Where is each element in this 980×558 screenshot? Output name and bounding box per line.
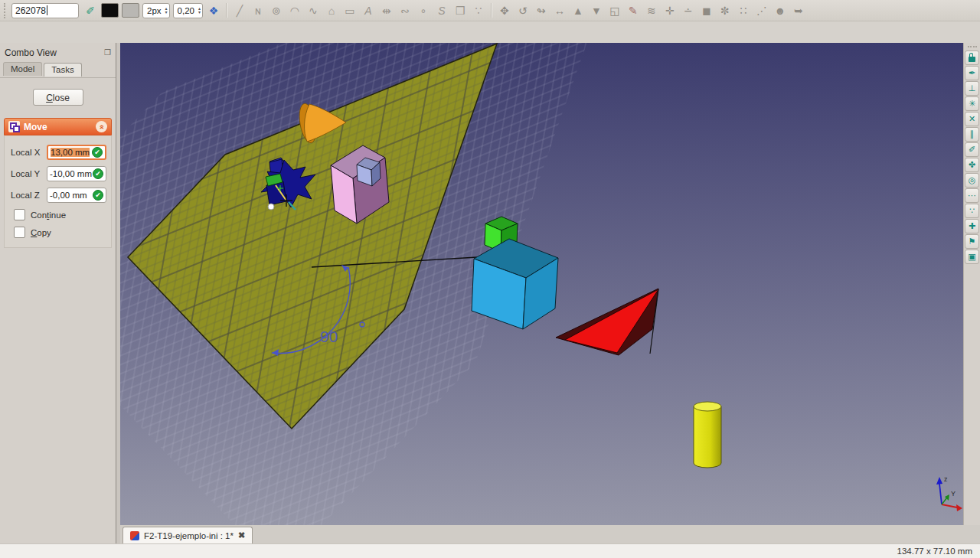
continue-checkbox[interactable]	[14, 209, 25, 220]
draft-bezier-button[interactable]: ∾	[396, 2, 414, 20]
axis-y-label: Y	[951, 490, 956, 498]
copy-label: Copy	[31, 228, 51, 237]
draft-move-button[interactable]: ✥	[495, 2, 514, 20]
snap-endpoint-button[interactable]: ✒	[965, 66, 979, 80]
snap-parallel-button[interactable]: ∥	[965, 127, 979, 142]
snap-perpendicular-button[interactable]: ⊥	[965, 81, 979, 96]
float-panel-icon[interactable]: ❐	[104, 48, 111, 57]
draft-dimension-button[interactable]: ⇹	[377, 2, 396, 20]
local-y-label: Local Y	[11, 169, 43, 178]
combo-view-panel: Combo View ❐ Model Tasks Close Move » Lo…	[0, 43, 116, 543]
line-width-spinbox[interactable]: 2px ▴▾	[142, 3, 170, 18]
toolbar-grip[interactable]	[968, 46, 977, 47]
snap-toolbar: ✒⊥✳✕∥✐✤◎⋯∵✚⚑▣	[963, 43, 980, 525]
draft-path-array-button[interactable]: ⋰	[753, 2, 771, 20]
snap-midpoint-button[interactable]: ✐	[965, 142, 979, 157]
draft-text-button[interactable]: A	[359, 2, 377, 20]
document-tab[interactable]: F2-T19-ejemplo-ini : 1* ✖	[122, 527, 253, 543]
snap-angle-button[interactable]: ⚑	[965, 234, 979, 249]
snap-special-button[interactable]: ⋯	[965, 188, 979, 203]
draft-polygon-button[interactable]: ⌂	[322, 2, 341, 20]
draft-facebinder-button[interactable]: ❒	[451, 2, 469, 20]
move-task-title: Move	[24, 122, 92, 132]
draft-point-button[interactable]: ∘	[414, 2, 433, 20]
construction-mode-toggle[interactable]: ✐	[81, 2, 100, 20]
line-color-swatch[interactable]	[101, 3, 119, 18]
local-z-field[interactable]: -0,00 mm ✔	[47, 188, 106, 203]
line-width-value: 2px	[147, 6, 162, 15]
draft-rotate-button[interactable]: ↺	[514, 2, 532, 20]
local-x-label: Local X	[11, 148, 43, 157]
snap-lock-button[interactable]	[965, 51, 979, 65]
draft-rectangle-button[interactable]: ▭	[341, 2, 359, 20]
spin-arrows-icon[interactable]: ▴▾	[165, 7, 168, 15]
close-task-button[interactable]: Close	[33, 89, 83, 106]
snap-working-plane-button[interactable]: ▣	[965, 250, 979, 264]
tab-tasks[interactable]: Tasks	[44, 63, 81, 77]
valid-check-icon: ✔	[93, 168, 103, 179]
text-caret	[47, 5, 47, 15]
toolbar-separator	[226, 3, 227, 18]
draft-to-sketch-button[interactable]: ✼	[716, 2, 734, 20]
draft-offset-button[interactable]: ↬	[532, 2, 550, 20]
draft-clone-button[interactable]: ☻	[771, 2, 789, 20]
draft-shapestring-button[interactable]: S	[433, 2, 451, 20]
draft-arc-button[interactable]: ◠	[286, 2, 304, 20]
draft-array-button[interactable]: ∷	[734, 2, 753, 20]
local-y-field[interactable]: -10,00 mm ✔	[47, 166, 106, 181]
valid-check-icon: ✔	[92, 147, 103, 158]
toolbar-grip[interactable]	[4, 3, 5, 18]
autogroup-button[interactable]: ❖	[204, 2, 223, 20]
valid-check-icon: ✔	[93, 190, 103, 201]
dimension-readout: 134.77 x 77.10 mm	[897, 547, 972, 556]
draft-line-button[interactable]: ╱	[230, 2, 249, 20]
collapse-task-icon[interactable]: »	[96, 121, 107, 132]
snap-ortho-button[interactable]: ◎	[965, 173, 979, 188]
continue-label: Continue	[31, 210, 66, 220]
draft-move-icon	[8, 121, 20, 132]
draft-scale-button[interactable]: ◱	[606, 2, 624, 20]
text-scale-spinbox[interactable]: 0,20 ▴▾	[173, 3, 203, 18]
snap-center-button[interactable]: ✤	[965, 158, 979, 172]
status-bar: 134.77 x 77.10 mm	[0, 543, 980, 558]
combo-view-tabs: Model Tasks	[0, 62, 116, 78]
snap-extension-button[interactable]: ✚	[965, 219, 979, 233]
spin-arrows-icon[interactable]: ▴▾	[198, 7, 201, 15]
snap-near-button[interactable]: ∵	[965, 204, 979, 218]
local-y-value: -10,00 mm	[50, 169, 92, 178]
draft-upgrade-button[interactable]: ▲	[569, 2, 587, 20]
freecad-document-icon	[130, 531, 139, 540]
draft-add-point-button[interactable]: ✛	[661, 2, 679, 20]
yellow-cylinder-object[interactable]	[694, 402, 721, 468]
copy-checkbox[interactable]	[14, 227, 25, 238]
draft-delete-point-button[interactable]: ∸	[679, 2, 697, 20]
draft-downgrade-button[interactable]: ▼	[587, 2, 606, 20]
combo-view-title: Combo View	[5, 47, 57, 58]
toolbar-separator	[491, 3, 492, 18]
local-z-label: Local Z	[11, 191, 43, 200]
draft-bspline-button[interactable]: ∿	[304, 2, 322, 20]
document-tab-label: F2-T19-ejemplo-ini : 1*	[144, 531, 234, 540]
draft-circle-button[interactable]: ⊚	[267, 2, 286, 20]
snap-intersection-button[interactable]: ✕	[965, 112, 979, 126]
3d-viewport[interactable]: 90	[120, 43, 963, 525]
draft-trimex-button[interactable]: ↔	[550, 2, 569, 20]
text-scale-value: 0,20	[178, 6, 194, 15]
axis-z-label: z	[944, 475, 948, 483]
small-blue-cube[interactable]	[357, 158, 381, 186]
close-document-icon[interactable]: ✖	[238, 530, 245, 540]
draft-mirror-button[interactable]: ➥	[789, 2, 808, 20]
document-tab-bar: F2-T19-ejemplo-ini : 1* ✖	[120, 525, 980, 543]
draft-wire-button[interactable]: ɴ	[249, 2, 267, 20]
snap-grid-button[interactable]: ✳	[965, 96, 979, 111]
draft-label-button[interactable]: ∵	[469, 2, 488, 20]
draft-shape2dview-button[interactable]: ◼	[697, 2, 716, 20]
draft-wire-to-bspline-button[interactable]: ≋	[642, 2, 661, 20]
draft-command-input[interactable]: 262078	[11, 3, 79, 18]
local-x-field[interactable]: 13,00 mm ✔	[47, 145, 106, 160]
face-color-swatch[interactable]	[122, 3, 139, 18]
move-task-header[interactable]: Move »	[4, 118, 112, 135]
tab-model[interactable]: Model	[3, 62, 42, 76]
draft-command-value: 262078	[15, 5, 46, 16]
draft-edit-button[interactable]: ✎	[624, 2, 642, 20]
